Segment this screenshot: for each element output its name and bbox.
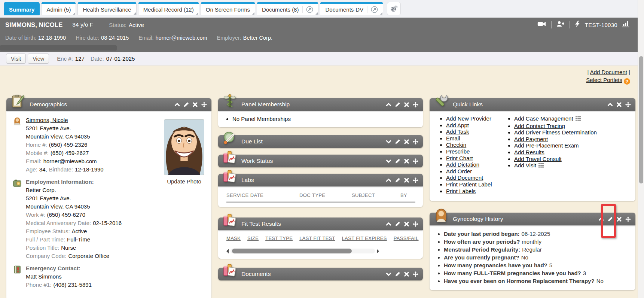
quick-link-item[interactable]: Checkin xyxy=(446,142,506,148)
edit-icon[interactable] xyxy=(395,139,400,145)
quick-link-item[interactable]: Add Payment xyxy=(514,136,635,143)
quick-link-item[interactable]: Add New Provider xyxy=(446,115,506,122)
tab[interactable]: Medical Record (12) xyxy=(138,2,199,15)
tab-settings-button[interactable] xyxy=(387,2,401,15)
update-photo-link[interactable]: Update Photo xyxy=(167,178,201,185)
popout-icon[interactable] xyxy=(367,6,378,13)
close-icon[interactable] xyxy=(192,102,198,107)
quick-link-item[interactable]: Prescribe xyxy=(446,148,506,155)
tab[interactable]: Health Surveillance xyxy=(77,2,136,15)
collapse-icon[interactable] xyxy=(386,177,391,183)
due-list-header: Due List xyxy=(218,135,423,148)
menu-grid-icon[interactable] xyxy=(576,116,581,123)
select-portlets-row: Select Portlets? xyxy=(586,76,630,85)
quick-link-item[interactable]: Add Task xyxy=(446,128,506,135)
move-icon[interactable] xyxy=(413,177,418,183)
move-icon[interactable] xyxy=(625,216,631,222)
fit-column-header[interactable]: PASS/FAIL xyxy=(394,235,419,241)
close-icon[interactable] xyxy=(616,216,622,222)
quick-link-item[interactable]: Add Contact Tracing xyxy=(514,123,635,130)
visit-button[interactable]: Visit xyxy=(6,54,26,64)
popout-icon[interactable] xyxy=(302,6,313,13)
encounter-bar: Visit View Enc #: 127 Date: 07-01-2025 xyxy=(0,52,638,66)
collapse-icon[interactable] xyxy=(386,102,391,107)
scroll-right-icon[interactable] xyxy=(377,249,379,253)
move-icon[interactable] xyxy=(413,221,418,227)
page-scrollbar-thumb[interactable] xyxy=(639,56,643,183)
move-icon[interactable] xyxy=(413,102,418,107)
fit-column-header[interactable]: LAST FIT TEST xyxy=(299,235,335,241)
edit-icon[interactable] xyxy=(395,221,400,227)
fit-column-header[interactable]: SIZE xyxy=(247,235,259,241)
menu-grid-icon[interactable] xyxy=(538,162,544,170)
edit-icon[interactable] xyxy=(395,271,400,277)
move-icon[interactable] xyxy=(625,102,631,107)
bar-chart-icon[interactable] xyxy=(622,21,629,29)
quick-link-item[interactable]: Add Visit xyxy=(514,162,635,170)
fit-column-header[interactable]: TEST TYPE xyxy=(265,235,293,241)
emergency-header: Emergency Contact: xyxy=(26,264,161,273)
expand-icon[interactable] xyxy=(386,139,391,145)
close-icon[interactable] xyxy=(616,102,622,107)
collapse-icon[interactable] xyxy=(607,102,613,107)
quick-link-item[interactable]: Print Chart xyxy=(446,155,506,162)
quick-link-item[interactable]: Email xyxy=(446,135,506,142)
quick-link-item[interactable]: Add Results xyxy=(514,149,635,156)
add-person-icon[interactable] xyxy=(556,21,565,29)
quick-link-item[interactable]: Add Document xyxy=(446,174,506,181)
add-document-link[interactable]: Add Document xyxy=(590,69,627,75)
quick-link-item[interactable]: Add Dictation xyxy=(446,161,506,168)
page-scrollbar[interactable] xyxy=(638,0,644,298)
close-icon[interactable] xyxy=(404,177,409,183)
quick-link-item[interactable]: Add Travel Consult xyxy=(514,156,635,162)
tab[interactable]: Documents (8) xyxy=(257,2,318,15)
scrollbar-thumb[interactable] xyxy=(232,249,352,253)
quick-link-item[interactable]: Add Appt xyxy=(446,122,506,129)
close-icon[interactable] xyxy=(404,158,409,164)
quick-link-item[interactable]: Add Case Management xyxy=(514,115,635,123)
tab[interactable]: Documents-DV xyxy=(320,2,383,15)
select-portlets-link[interactable]: Select Portlets xyxy=(586,77,622,83)
move-icon[interactable] xyxy=(413,139,418,145)
scrollbar-track[interactable] xyxy=(231,249,375,253)
patient-field: Date of birth:12-18-1990 xyxy=(5,35,66,41)
edit-icon[interactable] xyxy=(395,177,400,183)
expand-icon[interactable] xyxy=(386,158,391,164)
close-icon[interactable] xyxy=(404,221,409,227)
demographics-line: Mountain View, CA 94035 xyxy=(26,133,161,141)
close-icon[interactable] xyxy=(404,139,409,145)
tab[interactable]: On Screen Forms xyxy=(201,2,255,15)
header-scrollbar[interactable] xyxy=(0,45,117,51)
help-icon[interactable]: ? xyxy=(624,78,630,85)
collapse-icon[interactable] xyxy=(174,102,180,107)
quick-link-item[interactable]: Print Patient Label xyxy=(446,181,506,188)
video-camera-icon[interactable] xyxy=(537,21,546,29)
quick-link-item[interactable]: Add Driver Fitness Determination xyxy=(514,129,635,136)
close-icon[interactable] xyxy=(404,271,409,277)
collapse-icon[interactable] xyxy=(386,221,391,227)
fit-column-header[interactable]: MASK xyxy=(226,235,241,241)
quick-link-item[interactable]: Add Pre-Placement Exam xyxy=(514,142,635,149)
move-icon[interactable] xyxy=(413,271,418,277)
quick-link: Add Travel Consult xyxy=(514,156,562,162)
horizontal-scrollbar[interactable] xyxy=(226,249,379,253)
move-icon[interactable] xyxy=(413,158,418,164)
close-icon[interactable] xyxy=(404,102,409,107)
patient-name-link[interactable]: Simmons, Nicole xyxy=(26,117,68,123)
move-icon[interactable] xyxy=(201,102,207,107)
panel-membership-item: No Panel Memberships xyxy=(232,115,419,123)
expand-icon[interactable] xyxy=(386,271,391,277)
chart-icon xyxy=(222,169,238,185)
scroll-left-icon[interactable] xyxy=(226,249,229,253)
edit-icon[interactable] xyxy=(183,102,189,107)
tab[interactable]: Admin (5) xyxy=(41,2,76,15)
view-button[interactable]: View xyxy=(28,54,49,64)
tab[interactable]: Summary xyxy=(4,2,40,15)
lightning-icon[interactable] xyxy=(575,21,580,29)
quick-link-item[interactable]: Add Order xyxy=(446,168,506,175)
fit-column-header[interactable]: LAST FIT EXPIRES xyxy=(342,235,387,241)
quick-link-item[interactable]: Print Labels xyxy=(446,188,506,195)
gynecology-history-item: Menstrual Period Regularity:Regular xyxy=(444,246,630,253)
edit-icon[interactable] xyxy=(395,102,400,107)
edit-icon[interactable] xyxy=(395,158,400,164)
